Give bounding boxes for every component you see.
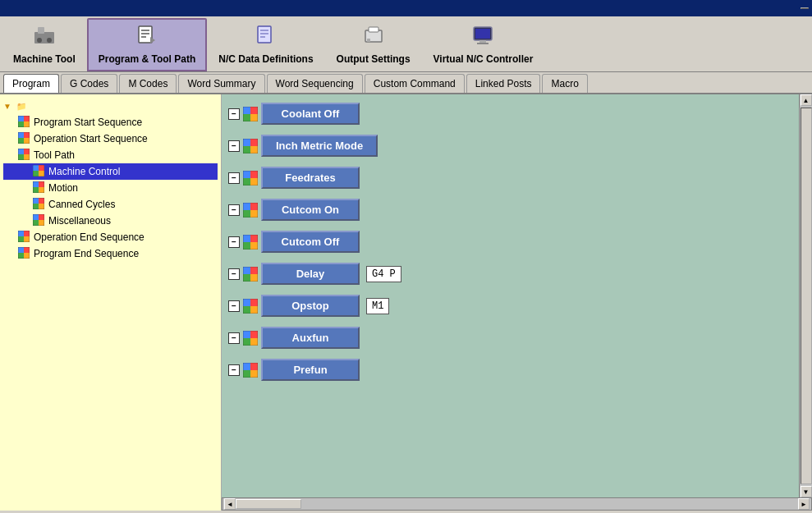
svg-rect-52 — [33, 220, 39, 226]
scroll-thumb-bottom[interactable] — [236, 499, 301, 509]
sequence-button-inch-metric-mode[interactable]: Inch Metric Mode — [261, 135, 378, 157]
minus-button[interactable]: − — [228, 236, 240, 248]
svg-rect-73 — [250, 146, 258, 153]
sub-tab-custom-command[interactable]: Custom Command — [365, 74, 465, 93]
sequence-icon — [243, 171, 258, 186]
close-button[interactable] — [801, 7, 809, 9]
svg-rect-32 — [18, 154, 24, 160]
svg-rect-14 — [369, 27, 378, 32]
sub-tab-linked-posts[interactable]: Linked Posts — [466, 74, 541, 93]
sequence-button-opstop[interactable]: Opstop — [261, 295, 360, 317]
sub-tab-macro[interactable]: Macro — [542, 74, 587, 93]
scroll-up-arrow[interactable]: ▲ — [801, 94, 812, 106]
sequence-button-prefun[interactable]: Prefun — [261, 359, 360, 381]
sequence-button-cutcom-off[interactable]: Cutcom Off — [261, 231, 360, 253]
nav-tab-icon-program-tool-path — [135, 24, 158, 52]
svg-rect-65 — [243, 107, 250, 114]
minus-button[interactable]: − — [228, 140, 240, 152]
svg-rect-57 — [18, 236, 24, 242]
tree-item-program-end-sequence[interactable]: Program End Sequence — [3, 245, 218, 262]
svg-rect-91 — [250, 267, 258, 274]
svg-rect-0 — [34, 32, 54, 44]
sub-tab-word-summary[interactable]: Word Summary — [178, 74, 264, 93]
svg-rect-71 — [250, 139, 258, 146]
svg-point-3 — [47, 38, 52, 43]
tree-item-tool-path[interactable]: Tool Path — [3, 147, 218, 163]
sequence-icon — [243, 299, 258, 314]
sequence-row-delay: − DelayG4 P — [228, 261, 792, 286]
sequence-button-feedrates[interactable]: Feedrates — [261, 167, 360, 189]
svg-rect-30 — [18, 149, 24, 154]
scroll-left-arrow[interactable]: ◄ — [224, 498, 236, 510]
svg-rect-48 — [39, 204, 44, 209]
svg-rect-21 — [24, 116, 30, 121]
svg-rect-101 — [250, 331, 258, 338]
tree-item-canned-cycles[interactable]: Canned Cycles — [3, 196, 218, 213]
tree-items-container: Program Start Sequence Operation Start S… — [3, 114, 218, 262]
tree-root[interactable]: ▼ 📁 — [3, 98, 218, 114]
svg-rect-90 — [243, 267, 250, 274]
sequence-button-cutcom-on[interactable]: Cutcom On — [261, 199, 360, 221]
tree-item-motion[interactable]: Motion — [3, 180, 218, 196]
tree-item-label: Tool Path — [34, 149, 75, 161]
sequence-row-auxfun: − Auxfun — [228, 325, 792, 350]
sequence-button-auxfun[interactable]: Auxfun — [261, 327, 360, 349]
svg-rect-27 — [18, 138, 24, 144]
sub-tab-g-codes[interactable]: G Codes — [61, 74, 117, 93]
minus-button[interactable]: − — [228, 332, 240, 344]
sub-tab-m-codes[interactable]: M Codes — [119, 74, 177, 93]
minus-button[interactable]: − — [228, 268, 240, 280]
nav-tab-output-settings[interactable]: Output Settings — [325, 18, 422, 71]
tree-item-program-start-sequence[interactable]: Program Start Sequence — [3, 114, 218, 131]
sequence-row-inch-metric-mode: − Inch Metric Mode — [228, 133, 792, 158]
sequence-row-coolant-off: − Coolant Off — [228, 101, 792, 126]
tree-item-miscellaneous[interactable]: Miscellaneous — [3, 213, 218, 229]
svg-rect-108 — [250, 370, 258, 378]
code-box-delay: G4 P — [366, 266, 401, 282]
tree-item-icon — [18, 247, 31, 260]
nav-tab-icon-machine-tool — [33, 24, 56, 52]
svg-rect-37 — [33, 171, 39, 176]
svg-rect-18 — [479, 40, 486, 43]
nav-tab-machine-tool[interactable]: Machine Tool — [2, 18, 87, 71]
svg-rect-68 — [250, 114, 258, 121]
scroll-down-arrow[interactable]: ▼ — [801, 486, 812, 497]
svg-rect-28 — [24, 138, 30, 144]
right-scrollbar[interactable]: ▲ ▼ — [799, 94, 812, 497]
tree-item-machine-control[interactable]: Machine Control — [3, 163, 218, 180]
svg-rect-4 — [139, 26, 152, 43]
tree-item-operation-start-sequence[interactable]: Operation Start Sequence — [3, 131, 218, 147]
nav-tab-virtual-nc[interactable]: Virtual N/C Controller — [422, 18, 545, 71]
sequence-icon — [243, 139, 258, 153]
scroll-right-arrow[interactable]: ► — [798, 498, 810, 510]
svg-rect-103 — [250, 338, 258, 346]
svg-rect-100 — [243, 331, 250, 338]
sub-tab-program[interactable]: Program — [3, 74, 59, 93]
bottom-scrollbar[interactable]: ◄ ► — [222, 497, 812, 511]
minus-button[interactable]: − — [228, 300, 240, 312]
minus-button[interactable]: − — [228, 204, 240, 216]
svg-rect-17 — [475, 29, 490, 39]
minus-button[interactable]: − — [228, 108, 240, 120]
scroll-track-bottom — [236, 499, 798, 509]
svg-rect-55 — [18, 231, 24, 236]
sequence-button-coolant-off[interactable]: Coolant Off — [261, 103, 360, 125]
sequence-button-delay[interactable]: Delay — [261, 263, 360, 285]
nav-tab-program-tool-path[interactable]: Program & Tool Path — [87, 18, 207, 71]
sequence-icon — [243, 267, 258, 282]
svg-rect-85 — [243, 235, 250, 242]
tree-item-icon — [33, 198, 46, 211]
nav-tab-nc-data[interactable]: N/C Data Definitions — [207, 18, 324, 71]
svg-rect-58 — [24, 236, 30, 242]
scroll-thumb-right[interactable] — [801, 108, 812, 484]
svg-rect-40 — [33, 181, 39, 187]
tree-item-operation-end-sequence[interactable]: Operation End Sequence — [3, 229, 218, 245]
sub-tab-word-sequencing[interactable]: Word Sequencing — [267, 74, 363, 93]
minus-button[interactable]: − — [228, 364, 240, 376]
svg-rect-26 — [24, 132, 30, 138]
sequence-icon — [243, 235, 258, 250]
svg-rect-56 — [24, 231, 30, 236]
svg-rect-50 — [33, 214, 39, 220]
svg-rect-96 — [250, 299, 258, 306]
minus-button[interactable]: − — [228, 172, 240, 184]
